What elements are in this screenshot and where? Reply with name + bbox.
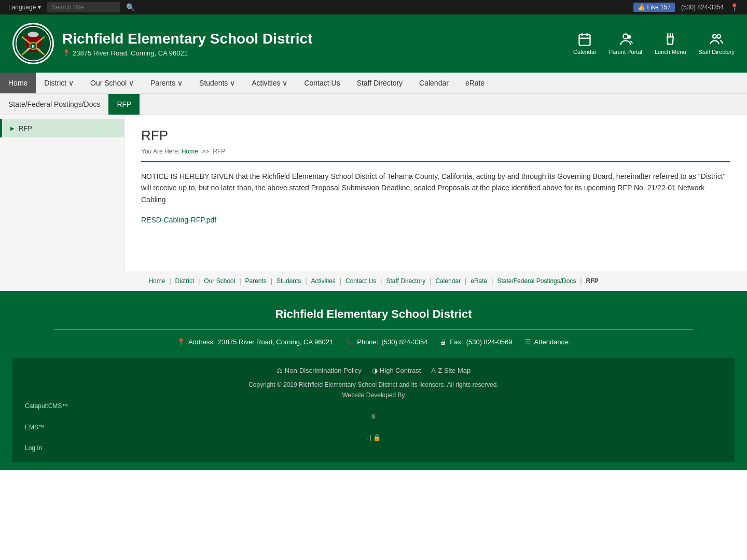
nav-item-erate[interactable]: eRate (457, 73, 493, 93)
footer-bottom: ⚖ Non-Discrimination Policy ◑ High Contr… (12, 358, 735, 462)
language-button[interactable]: Language ▾ (8, 4, 41, 11)
page-title: RFP (141, 128, 730, 144)
footer-sep-8: | (430, 277, 431, 285)
nav-item-students[interactable]: Students ∨ (191, 73, 243, 93)
footer-fax-label: Fax: (450, 338, 463, 346)
address-pin-icon: 📍 (62, 49, 71, 57)
footer-nav-our-school[interactable]: Our School (204, 277, 235, 285)
breadcrumb-label: You Are Here: (141, 148, 179, 155)
lunch-menu-icon-label: Lunch Menu (655, 49, 686, 55)
facebook-like-button[interactable]: 👍 Like 157 (633, 3, 675, 12)
footer-sep-1: | (169, 277, 171, 285)
top-bar: Language ▾ 🔍 👍 Like 157 (530) 824-3354 📍 (0, 0, 747, 15)
footer-policy-links: ⚖ Non-Discrimination Policy ◑ High Contr… (25, 367, 722, 374)
login-link[interactable]: Log In (25, 443, 722, 453)
content-area: ▶ RFP RFP You Are Here: Home >> RFP NOTI… (0, 115, 747, 271)
search-input[interactable] (47, 2, 120, 12)
fax-icon: 🖨 (440, 338, 447, 346)
footer-nav-calendar[interactable]: Calendar (435, 277, 461, 285)
nav-item-contact-us[interactable]: Contact Us (296, 73, 348, 93)
staff-directory-icon (709, 32, 724, 47)
footer-nav-rfp[interactable]: RFP (586, 277, 599, 285)
nav-item-rfp[interactable]: RFP (108, 94, 140, 115)
top-bar-left: Language ▾ 🔍 (8, 2, 627, 12)
copyright-text: Copyright © 2019 Richfield Elementary Sc… (25, 380, 722, 390)
language-dropdown-icon: ▾ (38, 4, 41, 11)
svg-point-15 (627, 35, 631, 39)
footer-school-name: Richfield Elementary School District (12, 307, 735, 321)
breadcrumb: You Are Here: Home >> RFP (141, 148, 730, 162)
location-icon[interactable]: 📍 (730, 3, 739, 11)
sitemap-link[interactable]: A-Z Site Map (431, 367, 471, 374)
footer-sep-6: | (340, 277, 341, 285)
school-logo: R (12, 23, 54, 64)
fb-count: 157 (660, 4, 671, 11)
footer-phone: 📞 Phone: (530) 824-3354 (345, 338, 427, 346)
footer-nav-students[interactable]: Students (276, 277, 301, 285)
nav-item-staff-directory[interactable]: Staff Directory (349, 73, 411, 93)
high-contrast-link[interactable]: ◑ High Contrast (372, 367, 421, 374)
nav-item-our-school[interactable]: Our School ∨ (82, 73, 142, 93)
language-label: Language (8, 4, 36, 11)
footer-nav-contact-us[interactable]: Contact Us (345, 277, 376, 285)
main-navigation: Home District ∨ Our School ∨ Parents ∨ S… (0, 73, 747, 115)
nav-item-state-federal[interactable]: State/Federal Postings/Docs (0, 94, 108, 115)
developed-by-label: Website Developed By (342, 391, 405, 399)
school-name: Richfield Elementary School District (62, 31, 312, 47)
footer-nav-activities[interactable]: Activities (311, 277, 336, 285)
header-parent-portal-link[interactable]: Parent Portal (609, 32, 642, 55)
phone-number: (530) 824-3354 (681, 4, 724, 11)
footer-nav-state-federal[interactable]: State/Federal Postings/Docs (497, 277, 576, 285)
svg-point-3 (28, 32, 39, 37)
footer-sep-10: | (491, 277, 493, 285)
search-button[interactable]: 🔍 (126, 3, 135, 11)
sidebar-item-rfp[interactable]: ▶ RFP (0, 119, 124, 137)
sidebar: ▶ RFP (0, 115, 125, 271)
catapult-link[interactable]: CatapultCMS™ (25, 401, 722, 411)
high-contrast-label: High Contrast (380, 367, 421, 374)
footer-sep-3: | (239, 277, 241, 285)
address-icon: 📍 (177, 338, 185, 346)
footer-nav-erate[interactable]: eRate (471, 277, 487, 285)
school-address: 📍 23875 River Road, Corning, CA 96021 (62, 49, 312, 57)
footer-fax-value: (530) 824-0569 (466, 338, 513, 346)
footer-contact-info: 📍 Address: 23875 River Road, Corning, CA… (12, 338, 735, 346)
footer-fax: 🖨 Fax: (530) 824-0569 (440, 338, 512, 346)
footer-attendance-label: Attendance: (534, 338, 570, 346)
nav-item-parents[interactable]: Parents ∨ (142, 73, 191, 93)
svg-point-14 (623, 34, 628, 39)
sidebar-item-label: RFP (19, 124, 32, 132)
footer-nav-parents[interactable]: Parents (245, 277, 267, 285)
footer-nav-district[interactable]: District (175, 277, 195, 285)
header-lunch-menu-link[interactable]: Lunch Menu (655, 32, 686, 55)
breadcrumb-home-link[interactable]: Home (182, 148, 198, 155)
pdf-link[interactable]: RESD-Cabling-RFP.pdf (141, 216, 216, 224)
ems-link[interactable]: EMS™ (25, 422, 722, 432)
footer-sep-2: | (198, 277, 200, 285)
notice-text: NOTICE IS HEREBY GIVEN that the Richfiel… (141, 171, 730, 205)
footer-nav-staff-directory[interactable]: Staff Directory (386, 277, 425, 285)
sidebar-arrow-icon: ▶ (10, 125, 15, 131)
fb-like-label: 👍 Like (638, 4, 658, 11)
svg-point-16 (713, 35, 716, 38)
footer-divider (54, 329, 693, 330)
nav-row-2: State/Federal Postings/Docs RFP (0, 93, 747, 115)
search-icon: 🔍 (126, 3, 135, 11)
nav-item-activities[interactable]: Activities ∨ (243, 73, 296, 93)
header-calendar-link[interactable]: Calendar (573, 32, 597, 55)
footer-copyright: Copyright © 2019 Richfield Elementary Sc… (25, 380, 722, 454)
footer-attendance: ☰ Attendance: (525, 338, 570, 346)
header-staff-directory-link[interactable]: Staff Directory (699, 32, 735, 55)
footer-address-label: Address: (188, 338, 215, 346)
nav-item-home[interactable]: Home (0, 73, 36, 93)
svg-text:R: R (32, 45, 34, 48)
calendar-icon (577, 32, 592, 47)
nav-item-district[interactable]: District ∨ (36, 73, 82, 93)
footer-nav-home[interactable]: Home (148, 277, 165, 285)
address-text: 23875 River Road, Corning, CA 96021 (73, 49, 188, 57)
nav-item-calendar[interactable]: Calendar (411, 73, 457, 93)
lunch-menu-icon (663, 32, 677, 47)
phone-icon: 📞 (345, 338, 354, 346)
non-discrimination-link[interactable]: ⚖ Non-Discrimination Policy (276, 367, 362, 374)
svg-point-17 (717, 35, 721, 38)
